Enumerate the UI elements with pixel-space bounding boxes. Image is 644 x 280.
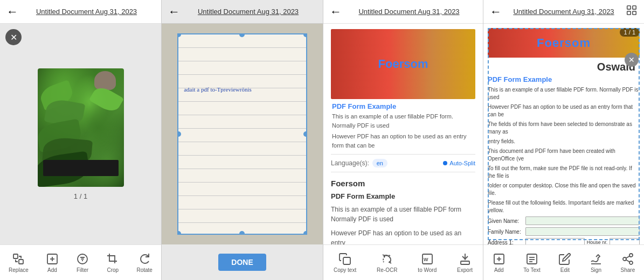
pdf-form-text-6: To fill out the form, make sure the PDF …	[488, 165, 640, 180]
panel-4-title: Untitled Document Aug 31, 2023	[502, 8, 626, 16]
page-indicator-1: 1 / 1	[74, 192, 87, 200]
filter-icon	[76, 253, 89, 265]
address-1-input[interactable]	[525, 238, 585, 244]
svg-rect-17	[527, 254, 537, 264]
panel-1-header: ← Untitled Document Aug 31, 2023	[0, 0, 161, 24]
toolbar-rotate[interactable]: Rotate	[133, 253, 155, 273]
toolbar-rotate-label: Rotate	[136, 267, 152, 273]
replace-icon	[12, 253, 25, 265]
back-icon-2[interactable]: ←	[168, 5, 180, 19]
rotate-icon	[138, 253, 151, 265]
toolbar-edit-label: Edit	[560, 267, 570, 273]
svg-text:W: W	[424, 257, 428, 262]
toolbar-replace[interactable]: Replace	[5, 253, 32, 273]
svg-rect-0	[13, 254, 18, 258]
back-icon-3[interactable]: ←	[330, 5, 342, 19]
given-name-input[interactable]	[525, 216, 640, 225]
ocr-title: Foersom	[331, 179, 475, 188]
back-icon-1[interactable]: ←	[6, 5, 18, 19]
handle-mr[interactable]	[303, 131, 307, 137]
panel-3-toolbar: Copy text Re-OCR W to Word	[323, 245, 483, 281]
field-address-1: Address 1: House nr.	[488, 238, 640, 244]
pdf-document: Foersom Oswald PDF Form Example This is …	[483, 24, 644, 244]
auto-split-toggle[interactable]: Auto-Split	[443, 160, 475, 166]
svg-rect-1	[19, 260, 23, 264]
auto-split-label: Auto-Split	[449, 160, 475, 166]
ocr-body-1: This is an example of a user fillable PD…	[331, 205, 475, 224]
svg-rect-13	[633, 11, 636, 15]
foersom-heading: Foersom	[378, 57, 428, 71]
language-bar: Language(s): en Auto-Split	[331, 159, 475, 172]
done-button-2[interactable]: DONE	[218, 254, 266, 271]
panel-4-content: 1 / 1 ✕ Foersom Oswald PDF Form Example …	[483, 24, 644, 244]
family-name-input[interactable]	[525, 227, 640, 236]
foersom-banner: Foersom	[488, 28, 640, 58]
toolbar-crop[interactable]: Crop	[103, 253, 122, 273]
pdf-form-text-2: However PDF has an option to be used as …	[488, 103, 640, 118]
family-name-label: Family Name:	[488, 229, 525, 235]
pdf-form-text-1: This is an example of a user fillable PD…	[488, 86, 640, 101]
handle-br[interactable]	[303, 231, 307, 235]
toolbar-add-4[interactable]: Add	[489, 253, 509, 273]
pdf-form-text-8: Please fill out the following fields. Im…	[488, 199, 640, 214]
field-family-name: Family Name:	[488, 227, 640, 236]
close-button-1[interactable]: ✕	[5, 29, 22, 45]
svg-point-23	[623, 257, 626, 261]
ocr-body-text-1: This is an example of a user fillable PD…	[331, 112, 475, 130]
ocr-body-text-2: However PDF has an option to be used as …	[331, 132, 475, 150]
toolbar-add-4-label: Add	[494, 267, 504, 273]
toolbar-replace-label: Replace	[9, 267, 29, 273]
toolbar-to-text-label: To Text	[523, 267, 541, 273]
oswald-text: Oswald	[488, 61, 640, 73]
panel-4-header: ← Untitled Document Aug 31, 2023	[483, 0, 644, 24]
panel-4-toolbar: Add To Text Edit Sign	[483, 244, 644, 280]
panel-2-done-bar: DONE	[162, 244, 323, 280]
house-nr-input[interactable]	[610, 238, 640, 244]
person-silhouette	[94, 71, 116, 90]
svg-rect-11	[633, 6, 636, 9]
panel-ocr: ← Untitled Document Aug 31, 2023 Foersom…	[323, 0, 483, 280]
lined-paper	[178, 34, 306, 234]
page-indicator-4: 1 / 1	[620, 28, 640, 37]
handle-mb[interactable]	[239, 231, 245, 235]
add-icon	[46, 253, 59, 265]
svg-point-24	[629, 261, 633, 264]
toolbar-sign[interactable]: Sign	[586, 253, 606, 273]
pdf-form-title: PDF Form Example	[488, 75, 640, 83]
panel-1-title: Untitled Document Aug 31, 2023	[18, 8, 155, 16]
pdf-form-text-3: The fields of this form have been select…	[488, 121, 640, 136]
svg-rect-12	[627, 11, 631, 15]
close-button-4[interactable]: ✕	[625, 53, 639, 67]
foersom-text: Foersom	[537, 36, 591, 50]
panel-pdf-preview: ← Untitled Document Aug 31, 2023 1 / 1 ✕…	[483, 0, 644, 280]
panel-handwritten: ← Untitled Document Aug 31, 2023 adait a…	[162, 0, 323, 280]
toolbar-filter[interactable]: Filter	[73, 253, 92, 273]
toolbar-edit[interactable]: Edit	[555, 253, 574, 273]
toolbar-to-word[interactable]: W to Word	[414, 253, 440, 273]
toolbar-add[interactable]: Add	[43, 253, 62, 273]
svg-line-25	[626, 260, 629, 262]
toolbar-reocr-label: Re-OCR	[377, 267, 397, 273]
toolbar-copy-text[interactable]: Copy text	[330, 253, 359, 273]
language-code-badge: en	[372, 159, 387, 167]
toolbar-copy-text-label: Copy text	[334, 267, 356, 273]
toolbar-export[interactable]: Export	[454, 253, 476, 273]
back-icon-4[interactable]: ←	[490, 5, 502, 19]
pdf-form-text-7: folder or computer desktop. Close this f…	[488, 182, 640, 197]
panel-3-title: Untitled Document Aug 31, 2023	[342, 8, 476, 16]
export-icon	[459, 253, 472, 265]
pdf-form-text-4: entry fields.	[488, 138, 640, 145]
thumbnail-image	[38, 68, 124, 187]
ocr-pdf-form-heading: PDF Form Example	[331, 102, 475, 110]
toolbar-word-label: to Word	[418, 267, 437, 273]
toolbar-to-text[interactable]: To Text	[520, 253, 544, 273]
toolbar-share[interactable]: Share	[618, 253, 639, 273]
word-icon: W	[421, 253, 434, 265]
toolbar-reocr[interactable]: Re-OCR	[373, 253, 400, 273]
grid-icon-4[interactable]	[626, 4, 638, 19]
toolbar-sign-label: Sign	[591, 267, 601, 273]
sign-icon	[590, 253, 603, 265]
field-given-name: Given Name:	[488, 216, 640, 225]
ocr-body-2: However PDF has an option to be used as …	[331, 228, 475, 244]
svg-rect-10	[627, 6, 631, 9]
